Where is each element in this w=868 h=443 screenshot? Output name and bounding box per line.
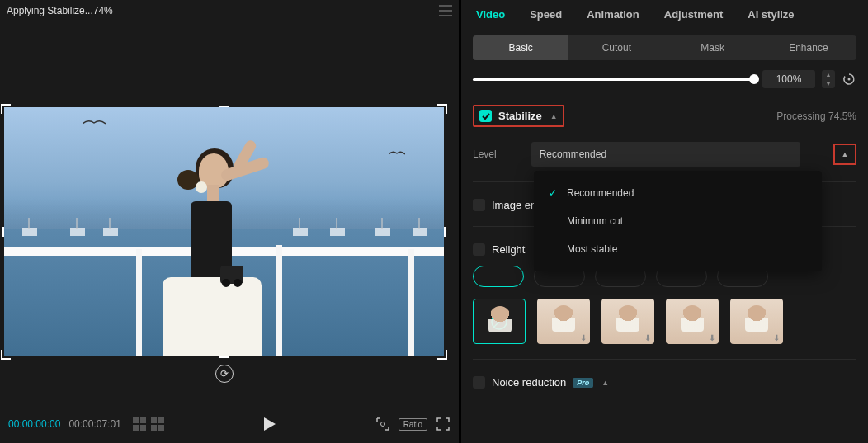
subtab-mask[interactable]: Mask [665,35,761,60]
video-frame-wrapper[interactable]: ⟳ [4,107,444,356]
relight-thumb-none[interactable] [473,299,526,344]
time-total: 00:00:07:01 [68,418,120,430]
pro-badge: Pro [573,378,593,388]
properties-panel: Video Speed Animation Adjustment AI styl… [459,0,868,443]
relight-checkbox[interactable] [473,243,485,256]
tab-animation[interactable]: Animation [587,8,639,21]
video-frame [4,107,444,356]
preview-panel: Applying Stabilize...74% [0,0,459,443]
level-selected: Recommended [540,148,606,160]
titlebar: Applying Stabilize...74% [0,0,459,21]
transport-bar: 00:00:00:00 00:00:07:01 Ratio [0,405,459,443]
download-icon[interactable]: ⬇ [579,333,587,342]
tab-video[interactable]: Video [476,8,505,21]
chevron-up-icon[interactable]: ▲ [550,112,558,120]
zoom-value[interactable]: 100% [762,70,815,88]
stabilize-checkbox[interactable] [479,110,492,122]
zoom-slider[interactable] [473,78,756,81]
level-label: Level [473,148,497,160]
preview-area: ⟳ [0,21,459,405]
ratio-button[interactable]: Ratio [399,418,427,431]
crop-icon[interactable] [375,417,390,431]
relight-thumbnails: ⬇ ⬇ ⬇ ⬇ [461,287,868,344]
relight-preset-1[interactable] [473,266,524,287]
list-view-icon[interactable] [151,417,164,431]
menu-icon[interactable] [439,5,452,16]
svg-point-2 [492,314,507,329]
relight-thumb-2[interactable]: ⬇ [601,299,654,344]
reset-zoom-icon[interactable] [842,72,856,87]
relight-thumb-1[interactable]: ⬇ [537,299,590,344]
main-tabs: Video Speed Animation Adjustment AI styl… [461,0,868,29]
tab-adjustment[interactable]: Adjustment [664,8,724,21]
subtab-cutout[interactable]: Cutout [568,35,664,60]
subtab-basic[interactable]: Basic [473,35,568,60]
tab-ai-stylize[interactable]: AI stylize [748,8,794,21]
level-dropdown[interactable]: Recommended [531,142,800,167]
chevron-up-icon[interactable]: ▲ [601,379,609,387]
zoom-slider-thumb[interactable] [749,74,759,84]
relight-thumb-4[interactable]: ⬇ [730,299,783,344]
dropdown-caret-highlight[interactable]: ▲ [833,144,856,165]
relight-label: Relight [492,243,525,256]
level-option-minimum-cut[interactable]: Minimum cut [534,207,822,235]
svg-point-0 [380,422,384,427]
level-row: Level Recommended ▲ Recommended Minimum … [473,142,856,167]
noise-checkbox[interactable] [473,376,485,389]
stabilize-highlight: Stabilize ▲ [473,105,564,127]
subtab-enhance[interactable]: Enhance [761,35,856,60]
zoom-stepper[interactable]: ▲▼ [822,70,835,88]
level-dropdown-menu: Recommended Minimum cut Most stable [534,171,822,271]
tab-speed[interactable]: Speed [530,8,562,21]
titlebar-text: Applying Stabilize...74% [7,5,113,16]
sub-tabs: Basic Cutout Mask Enhance [473,35,856,60]
relight-thumb-3[interactable]: ⬇ [666,299,719,344]
noise-label: Noice reduction [492,376,566,389]
svg-line-3 [494,317,504,327]
processing-text: Processing 74.5% [776,111,856,122]
fullscreen-icon[interactable] [436,417,451,431]
download-icon[interactable]: ⬇ [772,333,781,342]
refresh-icon[interactable]: ⟳ [215,365,234,383]
level-option-recommended[interactable]: Recommended [534,179,822,207]
noise-reduction-section: Noice reduction Pro ▲ [461,360,868,389]
stabilize-section: Stabilize ▲ Processing 74.5% Level Recom… [461,93,868,167]
grid-view-icon[interactable] [133,417,146,431]
download-icon[interactable]: ⬇ [644,333,652,342]
zoom-slider-row: 100% ▲▼ [461,60,868,93]
time-current: 00:00:00:00 [8,418,60,430]
play-button[interactable] [264,417,276,431]
download-icon[interactable]: ⬇ [708,333,716,342]
stabilize-label: Stabilize [498,110,542,122]
svg-point-1 [848,78,851,81]
image-enhance-checkbox[interactable] [473,199,485,211]
level-option-most-stable[interactable]: Most stable [534,235,822,263]
